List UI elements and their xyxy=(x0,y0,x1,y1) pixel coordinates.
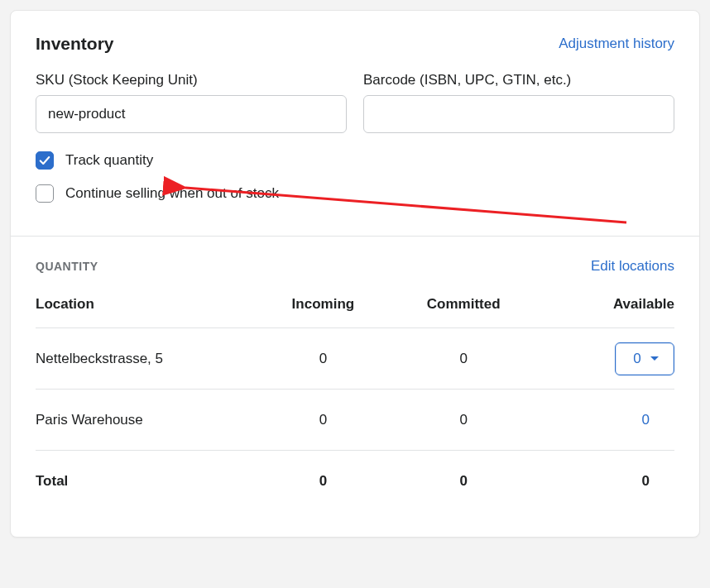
quantity-title: QUANTITY xyxy=(36,260,98,273)
cell-total-label: Total xyxy=(36,451,252,512)
cell-available: 0 xyxy=(534,390,674,451)
col-location: Location xyxy=(36,296,252,328)
cell-incoming: 0 xyxy=(252,390,393,451)
available-quantity-link[interactable]: 0 xyxy=(642,412,650,428)
table-row: Paris Warehouse 0 0 0 xyxy=(36,390,674,451)
sku-input[interactable] xyxy=(36,95,347,133)
table-total-row: Total 0 0 0 xyxy=(36,451,674,512)
continue-selling-checkbox[interactable] xyxy=(36,184,54,203)
cell-location: Paris Warehouse xyxy=(36,390,252,451)
available-quantity-picker[interactable]: 0 xyxy=(615,342,674,375)
continue-selling-label: Continue selling when out of stock xyxy=(65,185,279,202)
quantity-table: Location Incoming Committed Available Ne… xyxy=(36,296,674,512)
chevron-down-icon xyxy=(650,356,660,362)
track-quantity-checkbox[interactable] xyxy=(36,151,54,170)
sku-label: SKU (Stock Keeping Unit) xyxy=(36,72,347,88)
cell-location: Nettelbeckstrasse, 5 xyxy=(36,328,252,390)
cell-total-committed: 0 xyxy=(393,451,534,512)
barcode-label: Barcode (ISBN, UPC, GTIN, etc.) xyxy=(363,72,674,88)
cell-available: 0 xyxy=(534,328,674,390)
edit-locations-link[interactable]: Edit locations xyxy=(591,258,674,275)
cell-total-incoming: 0 xyxy=(252,451,393,512)
inventory-card: Inventory Adjustment history SKU (Stock … xyxy=(10,10,700,538)
check-icon xyxy=(39,155,50,166)
track-quantity-label: Track quantity xyxy=(65,152,153,169)
adjustment-history-link[interactable]: Adjustment history xyxy=(559,36,674,52)
col-incoming: Incoming xyxy=(252,296,393,328)
col-available: Available xyxy=(534,296,674,328)
col-committed: Committed xyxy=(393,296,534,328)
card-title: Inventory xyxy=(36,34,114,54)
barcode-input[interactable] xyxy=(363,95,674,133)
cell-committed: 0 xyxy=(393,390,534,451)
cell-committed: 0 xyxy=(393,328,534,390)
cell-incoming: 0 xyxy=(252,328,393,390)
cell-total-available: 0 xyxy=(534,451,674,512)
table-row: Nettelbeckstrasse, 5 0 0 0 xyxy=(36,328,674,390)
available-value: 0 xyxy=(633,351,640,367)
